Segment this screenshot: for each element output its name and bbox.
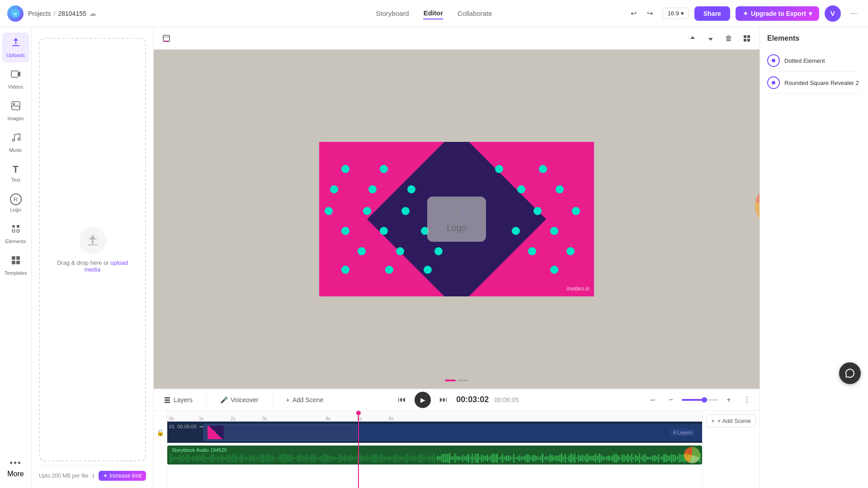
sidebar-item-logo[interactable]: R Logo xyxy=(2,189,29,217)
uploads-label: Uploads xyxy=(6,52,24,58)
breadcrumb: Projects / 28104155 ☁ xyxy=(28,9,96,18)
zoom-slider[interactable] xyxy=(682,399,718,401)
upgrade-icon: ✦ xyxy=(743,10,748,17)
add-scene-label: Add Scene xyxy=(292,396,324,404)
svg-point-10 xyxy=(12,230,15,232)
plus-icon: + xyxy=(286,396,290,404)
app-logo[interactable]: iv xyxy=(7,5,24,22)
play-button[interactable]: ▶ xyxy=(415,392,431,408)
layers-button[interactable]: Layers xyxy=(159,394,197,406)
logo-placeholder[interactable]: + Logo xyxy=(427,197,486,242)
project-id: 28104155 xyxy=(58,10,86,17)
voiceover-label: Voiceover xyxy=(231,396,258,404)
total-time: 00:06:05 xyxy=(494,396,519,404)
zoom-in-button[interactable]: + xyxy=(722,393,736,407)
lock-layer-button[interactable]: 🔒 xyxy=(154,425,168,440)
tick-1s: 1s xyxy=(199,416,204,421)
right-panel: Elements Dotted Element Rounded Square R… xyxy=(760,27,868,488)
templates-label: Templates xyxy=(4,270,27,276)
element-name-rounded-square: Rounded Square Revealer 2 xyxy=(784,80,859,86)
video-icon xyxy=(10,69,21,82)
increase-limit-button[interactable]: ✦ Increase limit xyxy=(99,471,146,481)
more-options-button[interactable]: ⋯ xyxy=(846,6,861,21)
info-icon: ℹ xyxy=(92,473,94,479)
prev-button[interactable]: ⏮ xyxy=(395,393,409,407)
video-clip[interactable] xyxy=(203,424,357,441)
element-item-dotted[interactable]: Dotted Element xyxy=(767,50,861,72)
upload-drop-zone[interactable]: Drag & drop here or upload media xyxy=(39,38,146,461)
canvas-area: 🗑 xyxy=(154,27,760,488)
music-label: Music xyxy=(9,147,22,153)
upload-footer: Upto 200 MB per file ℹ ✦ Increase limit xyxy=(39,465,146,481)
tick-3s: 3s xyxy=(262,416,267,421)
move-up-button[interactable] xyxy=(685,31,700,46)
add-scene-right-button[interactable]: + + Add Scene xyxy=(706,414,756,427)
next-button[interactable]: ⏭ xyxy=(436,393,451,407)
playback-controls: ⏮ ▶ ⏭ 00:03:02 00:06:05 xyxy=(395,392,519,408)
format-icon-button[interactable] xyxy=(159,31,174,46)
sidebar-item-more[interactable]: ••• More xyxy=(4,453,27,483)
move-down-button[interactable] xyxy=(703,31,718,46)
upload-circle xyxy=(79,227,106,254)
voiceover-button[interactable]: 🎤 Voiceover xyxy=(216,394,263,406)
user-avatar[interactable]: V xyxy=(825,5,841,22)
projects-link[interactable]: Projects xyxy=(28,10,51,17)
element-name-dotted: Dotted Element xyxy=(784,57,825,64)
svg-rect-12 xyxy=(12,256,15,260)
grid-view-button[interactable] xyxy=(740,31,754,46)
sidebar-item-templates[interactable]: Templates xyxy=(2,250,29,280)
ratio-selector[interactable]: 16:9 ▾ xyxy=(663,8,689,19)
deco-right xyxy=(755,185,760,226)
scene-number: #1 xyxy=(169,424,175,429)
chevron-down-icon: ▾ xyxy=(809,10,812,17)
expand-button[interactable]: ↔ xyxy=(646,393,660,407)
text-icon: T xyxy=(13,164,19,175)
timeline-right-controls: ↔ − + ⋮ xyxy=(646,393,754,407)
breadcrumb-separator: / xyxy=(54,10,56,17)
canvas-preview[interactable]: + Logo invideo.io xyxy=(319,142,594,296)
video-track-row: #1 00:06:05 ••• 4 Layers xyxy=(167,422,702,443)
svg-rect-15 xyxy=(16,261,20,264)
topbar: iv Projects / 28104155 ☁ Storyboard Edit… xyxy=(0,0,868,27)
audio-clip[interactable]: Storyblock Audio 194525 xyxy=(167,446,702,465)
sidebar-item-uploads[interactable]: Uploads xyxy=(2,33,29,62)
svg-rect-9 xyxy=(17,225,19,228)
text-label: Text xyxy=(11,177,20,183)
canvas-wrapper: + Logo invideo.io xyxy=(154,50,760,389)
layers-badge: 4 Layers xyxy=(670,429,695,436)
playhead-head xyxy=(356,411,361,415)
svg-rect-17 xyxy=(163,35,170,42)
upgrade-button[interactable]: ✦ Upgrade to Export ▾ xyxy=(736,6,819,21)
watermark: invideo.io xyxy=(566,286,590,292)
sidebar-item-elements[interactable]: Elements xyxy=(2,219,29,249)
scene-dot-2[interactable] xyxy=(458,380,468,381)
add-scene-label: + Add Scene xyxy=(717,418,751,424)
scene-dot-1[interactable] xyxy=(445,380,456,381)
sidebar-item-images[interactable]: Images xyxy=(2,96,29,126)
tick-6s: 6s xyxy=(389,416,394,421)
timeline-settings-button[interactable]: ⋮ xyxy=(740,393,754,407)
svg-rect-22 xyxy=(744,39,746,42)
nav-storyboard[interactable]: Storyboard xyxy=(376,8,409,19)
canvas-toolbar: 🗑 xyxy=(154,27,760,50)
share-button[interactable]: Share xyxy=(694,6,730,21)
timeline-content: 🔒 0s 1s 2s 3s 4s 5s 6s xyxy=(154,411,760,488)
sidebar-item-text[interactable]: T Text xyxy=(2,159,29,187)
nav-editor[interactable]: Editor xyxy=(424,7,443,19)
svg-rect-23 xyxy=(747,39,750,42)
sidebar-item-videos[interactable]: Videos xyxy=(2,64,29,94)
element-item-rounded-square[interactable]: Rounded Square Revealer 2 xyxy=(767,72,861,94)
redo-button[interactable]: ↪ xyxy=(643,6,657,21)
sidebar-item-music[interactable]: Music xyxy=(2,127,29,157)
templates-icon xyxy=(10,255,21,268)
timeline-toolbar: Layers 🎤 Voiceover + Add Scene ⏮ ▶ ⏭ xyxy=(154,389,760,411)
svg-rect-26 xyxy=(165,402,170,403)
add-scene-button[interactable]: + Add Scene xyxy=(282,394,328,406)
chat-support-button[interactable] xyxy=(839,362,861,384)
undo-button[interactable]: ↩ xyxy=(627,6,641,21)
zoom-out-button[interactable]: − xyxy=(664,393,678,407)
topbar-right: ↩ ↪ 16:9 ▾ Share ✦ Upgrade to Export ▾ V… xyxy=(627,5,861,22)
playhead[interactable] xyxy=(358,411,359,488)
nav-collaborate[interactable]: Collaborate xyxy=(458,8,492,19)
delete-button[interactable]: 🗑 xyxy=(722,31,736,46)
